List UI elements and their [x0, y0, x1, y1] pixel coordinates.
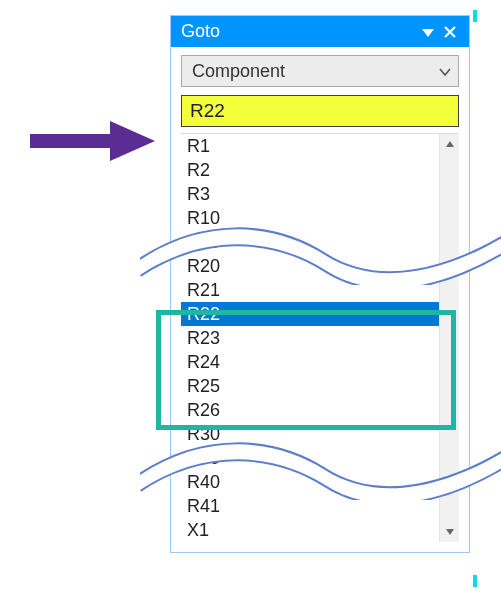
list-item[interactable]: R24	[181, 350, 439, 374]
svg-marker-3	[446, 141, 454, 147]
list-item[interactable]: R26	[181, 398, 439, 422]
list-item[interactable]: R40	[181, 470, 439, 494]
panel-titlebar[interactable]: Goto	[171, 16, 469, 47]
list-item[interactable]: R22	[181, 302, 439, 326]
svg-marker-4	[446, 529, 454, 535]
panel-title: Goto	[181, 21, 417, 42]
svg-marker-2	[422, 29, 434, 37]
svg-marker-1	[110, 121, 155, 161]
list-item[interactable]: R20	[181, 254, 439, 278]
list-item[interactable]: X1	[181, 518, 439, 542]
chevron-down-icon	[438, 61, 452, 82]
list-item[interactable]: R23	[181, 326, 439, 350]
search-input[interactable]: R22	[181, 95, 459, 127]
svg-rect-0	[30, 134, 115, 148]
component-list[interactable]: R1R2R3R10R19R20R21R22R23R24R25R26R30R39R…	[181, 134, 439, 542]
edge-mark-top	[473, 10, 477, 22]
list-item[interactable]: R21	[181, 278, 439, 302]
component-combo[interactable]: Component	[181, 55, 459, 87]
list-item[interactable]: R2	[181, 158, 439, 182]
scroll-up-icon[interactable]	[445, 136, 455, 152]
scrollbar[interactable]	[439, 134, 459, 542]
goto-panel: Goto Component R22 R1R2R3R10R19R20R21R22…	[170, 15, 470, 553]
list-item[interactable]: R25	[181, 374, 439, 398]
list-container: R1R2R3R10R19R20R21R22R23R24R25R26R30R39R…	[181, 133, 459, 542]
list-item[interactable]: R41	[181, 494, 439, 518]
list-item[interactable]: R10	[181, 206, 439, 230]
list-item[interactable]: R39	[181, 446, 439, 470]
list-item[interactable]: R30	[181, 422, 439, 446]
list-item[interactable]: R3	[181, 182, 439, 206]
list-item[interactable]: R19	[181, 230, 439, 254]
list-item[interactable]: R1	[181, 134, 439, 158]
edge-mark-bottom	[473, 575, 477, 587]
annotation-arrow	[25, 115, 160, 165]
close-button[interactable]	[439, 26, 461, 38]
scroll-down-icon[interactable]	[445, 524, 455, 540]
collapse-button[interactable]	[417, 27, 439, 37]
combo-label: Component	[192, 61, 438, 82]
panel-body: Component R22 R1R2R3R10R19R20R21R22R23R2…	[171, 47, 469, 552]
